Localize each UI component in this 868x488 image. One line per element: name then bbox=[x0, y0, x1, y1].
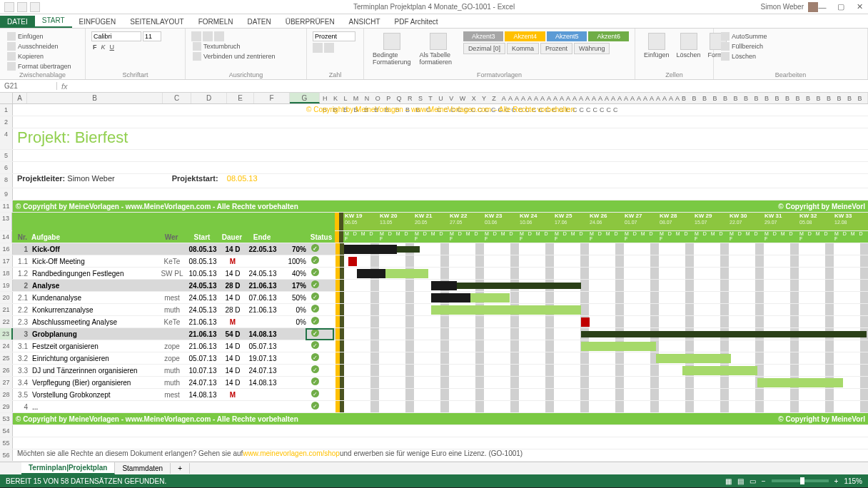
task-ende[interactable] bbox=[246, 316, 280, 327]
task-wer[interactable]: mest bbox=[158, 292, 186, 303]
task-progress[interactable] bbox=[280, 389, 308, 400]
row-header[interactable]: 5 bbox=[0, 150, 13, 161]
task-status[interactable] bbox=[308, 304, 321, 315]
task-wer[interactable] bbox=[158, 401, 186, 412]
align-center-icon[interactable] bbox=[203, 31, 213, 41]
task-name[interactable]: Randbedingungen Festlegen bbox=[30, 268, 158, 279]
row-header[interactable]: 13 bbox=[0, 213, 12, 230]
task-status[interactable] bbox=[308, 352, 321, 364]
task-nr[interactable]: 3.4 bbox=[13, 377, 30, 388]
task-dauer[interactable]: 14 D bbox=[220, 365, 246, 376]
cut-button[interactable]: Ausschneiden bbox=[6, 41, 79, 51]
task-start[interactable]: 05.07.13 bbox=[186, 352, 220, 364]
task-name[interactable]: Abschlussmeeting Analyse bbox=[30, 316, 158, 327]
task-nr[interactable]: 1 bbox=[13, 243, 30, 255]
task-wer[interactable]: zope bbox=[158, 352, 186, 364]
task-name[interactable]: Konkurrenzanalyse bbox=[30, 304, 158, 315]
task-progress[interactable]: 100% bbox=[280, 255, 308, 267]
spreadsheet-grid[interactable]: 1© Copyright by MeineVorlagen – www.Mein… bbox=[0, 104, 868, 462]
style-akzent3[interactable]: Akzent3 bbox=[463, 31, 504, 41]
tab-einfuegen[interactable]: EINFÜGEN bbox=[72, 16, 123, 28]
column-header[interactable]: G bbox=[290, 93, 320, 103]
fx-icon[interactable]: fx bbox=[57, 82, 72, 91]
row-header[interactable]: 18 bbox=[0, 268, 13, 279]
italic-button[interactable]: K bbox=[100, 43, 107, 51]
comma-icon[interactable] bbox=[324, 43, 334, 53]
row-header[interactable]: 19 bbox=[0, 280, 13, 291]
row-header[interactable]: 6 bbox=[0, 162, 13, 173]
row-header[interactable]: 16 bbox=[0, 243, 13, 255]
task-wer[interactable]: muth bbox=[158, 365, 186, 376]
task-progress[interactable]: 70% bbox=[280, 243, 308, 255]
style-akzent4[interactable]: Akzent4 bbox=[505, 31, 545, 41]
task-status[interactable] bbox=[308, 377, 321, 388]
tab-pdfarchitect[interactable]: PDF Architect bbox=[388, 16, 445, 28]
column-header[interactable]: C bbox=[163, 93, 191, 103]
task-nr[interactable]: 2 bbox=[13, 280, 30, 291]
style-komma[interactable]: Komma bbox=[507, 43, 539, 54]
zoom-slider[interactable] bbox=[772, 479, 829, 482]
task-start[interactable]: 21.06.13 bbox=[186, 316, 220, 327]
task-status[interactable] bbox=[308, 328, 321, 340]
task-status[interactable] bbox=[308, 255, 321, 267]
task-dauer[interactable]: 28 D bbox=[220, 304, 246, 315]
close-button[interactable]: ✕ bbox=[851, 1, 868, 13]
task-dauer[interactable]: 14 D bbox=[220, 340, 246, 352]
column-header[interactable]: F bbox=[254, 93, 290, 103]
row-header[interactable]: 20 bbox=[0, 292, 13, 303]
task-progress[interactable]: 0% bbox=[280, 316, 308, 327]
task-nr[interactable]: 3.1 bbox=[13, 340, 30, 352]
task-nr[interactable]: 2.3 bbox=[13, 316, 30, 327]
tab-daten[interactable]: DATEN bbox=[241, 16, 278, 28]
task-wer[interactable] bbox=[158, 328, 186, 340]
row-header[interactable]: 21 bbox=[0, 304, 13, 315]
number-format-select[interactable] bbox=[313, 31, 355, 41]
conditional-formatting-button[interactable]: Bedingte Formatierung bbox=[370, 31, 414, 67]
task-nr[interactable]: 2.1 bbox=[13, 292, 30, 303]
task-progress[interactable] bbox=[280, 365, 308, 376]
autosum-button[interactable]: AutoSumme bbox=[720, 31, 862, 41]
milestone-marker[interactable] bbox=[581, 317, 590, 327]
zoom-in-button[interactable]: + bbox=[834, 477, 839, 485]
task-bar[interactable] bbox=[682, 366, 757, 375]
task-nr[interactable]: 1.2 bbox=[13, 268, 30, 279]
task-nr[interactable]: 3.2 bbox=[13, 352, 30, 364]
row-header[interactable]: 2 bbox=[0, 116, 13, 128]
task-ende[interactable]: 14.08.13 bbox=[246, 328, 280, 340]
task-dauer[interactable]: 14 D bbox=[220, 292, 246, 303]
task-name[interactable]: Einrichtung organisieren bbox=[30, 352, 158, 364]
task-bar[interactable] bbox=[656, 354, 731, 363]
task-start[interactable]: 10.05.13 bbox=[186, 268, 220, 279]
task-status[interactable] bbox=[308, 292, 321, 303]
percent-icon[interactable] bbox=[313, 43, 323, 53]
task-name[interactable]: Kick-Off Meeting bbox=[30, 255, 158, 267]
task-wer[interactable] bbox=[158, 280, 186, 291]
task-dauer[interactable]: 28 D bbox=[220, 280, 246, 291]
view-layout-icon[interactable]: ▤ bbox=[737, 477, 744, 485]
task-dauer[interactable]: M bbox=[220, 316, 246, 327]
task-ende[interactable] bbox=[246, 389, 280, 400]
task-dauer[interactable]: 14 D bbox=[220, 243, 246, 255]
task-ende[interactable]: 22.05.13 bbox=[246, 243, 280, 255]
bold-button[interactable]: F bbox=[91, 43, 99, 51]
task-dauer[interactable]: 14 D bbox=[220, 268, 246, 279]
clear-button[interactable]: Löschen bbox=[720, 51, 862, 61]
task-name[interactable]: Kick-Off bbox=[30, 243, 158, 255]
task-wer[interactable]: KeTe bbox=[158, 316, 186, 327]
tab-datei[interactable]: DATEI bbox=[0, 16, 35, 28]
format-painter-button[interactable]: Format übertragen bbox=[6, 61, 79, 71]
row-header[interactable]: 28 bbox=[0, 389, 13, 400]
task-dauer[interactable]: 54 D bbox=[220, 328, 246, 340]
task-start[interactable]: 08.05.13 bbox=[186, 243, 220, 255]
task-status[interactable] bbox=[308, 401, 321, 412]
select-all-button[interactable] bbox=[0, 93, 13, 103]
row-header[interactable]: 23 bbox=[0, 328, 13, 340]
column-header[interactable]: E bbox=[227, 93, 254, 103]
task-status[interactable] bbox=[308, 365, 321, 376]
task-ende[interactable]: 07.06.13 bbox=[246, 292, 280, 303]
fill-button[interactable]: Füllbereich bbox=[720, 41, 862, 51]
column-headers-right[interactable]: H K L M N O P Q R S T U V W X Y Z AAAAAA… bbox=[320, 93, 868, 103]
task-start[interactable]: 24.05.13 bbox=[186, 292, 220, 303]
name-box[interactable]: G21 bbox=[0, 82, 57, 90]
task-start[interactable]: 24.05.13 bbox=[186, 280, 220, 291]
